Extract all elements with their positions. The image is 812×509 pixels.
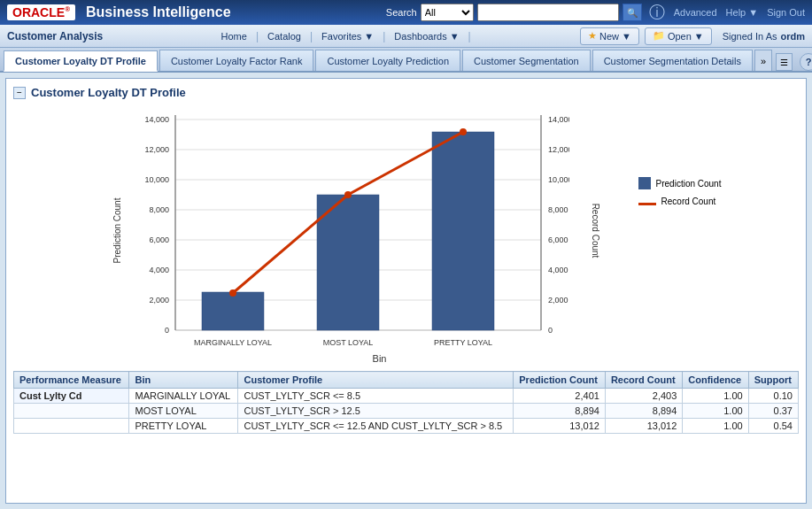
nav-catalog[interactable]: Catalog	[259, 25, 310, 48]
tab-prediction[interactable]: Customer Loyalty Prediction	[315, 50, 460, 71]
collapse-button[interactable]: −	[13, 87, 26, 99]
nav-favorites[interactable]: Favorites ▼	[313, 25, 383, 48]
table-row: Cust Lylty Cd MARGINALLY LOYAL CUST_LYLT…	[14, 389, 799, 404]
nav-dashboards[interactable]: Dashboards ▼	[385, 25, 468, 48]
app-title: Customer Analysis	[7, 30, 103, 42]
open-button[interactable]: 📁 Open ▼	[645, 27, 712, 45]
legend-record-label: Record Count	[661, 197, 716, 206]
col-header-measure: Performance Measure	[14, 372, 129, 389]
signout-link[interactable]: Sign Out	[767, 7, 805, 18]
cell-pred-1: 2,401	[514, 389, 606, 404]
col-header-bin: Bin	[129, 372, 238, 389]
search-input[interactable]	[477, 4, 619, 21]
cell-rec-1: 2,403	[605, 389, 682, 404]
cell-sup-1: 0.10	[748, 389, 798, 404]
signed-in-area: Signed In As ordm	[723, 31, 805, 42]
svg-text:14,000: 14,000	[144, 115, 169, 124]
nav-sep-4: |	[468, 30, 471, 42]
col-header-support: Support	[748, 372, 798, 389]
cell-profile-2: CUST_LYLTY_SCR > 12.5	[238, 404, 514, 419]
search-button[interactable]: 🔍	[623, 4, 642, 21]
top-bar: ORACLE® Business Intelligence Search All…	[0, 0, 812, 25]
svg-text:2,000: 2,000	[149, 296, 169, 305]
help-link[interactable]: Help ▼	[726, 7, 759, 18]
advanced-link[interactable]: Advanced	[674, 7, 717, 18]
svg-text:12,000: 12,000	[548, 145, 569, 154]
cell-measure-3	[14, 419, 129, 434]
col-header-confidence: Confidence	[683, 372, 748, 389]
table-row: PRETTY LOYAL CUST_LYLTY_SCR <= 12.5 AND …	[14, 419, 799, 434]
nav-home[interactable]: Home	[213, 25, 256, 48]
cell-measure-1: Cust Lylty Cd	[14, 389, 129, 404]
tabs-bar: Customer Loyalty DT Profile Customer Loy…	[0, 48, 812, 73]
svg-text:8,000: 8,000	[149, 205, 169, 214]
legend-record: Record Count	[638, 197, 722, 206]
cell-bin-3: PRETTY LOYAL	[129, 419, 238, 434]
cell-profile-1: CUST_LYLTY_SCR <= 8.5	[238, 389, 514, 404]
svg-point-27	[344, 191, 352, 198]
svg-text:12,000: 12,000	[144, 145, 169, 154]
cell-conf-2: 1.00	[683, 404, 748, 419]
table-row: MOST LOYAL CUST_LYLTY_SCR > 12.5 8,894 8…	[14, 404, 799, 419]
bar-most-loyal	[317, 195, 379, 330]
legend-prediction: Prediction Count	[638, 177, 722, 189]
tabs-more-button[interactable]: »	[754, 50, 772, 71]
tabs-help-button[interactable]: ?	[800, 53, 812, 71]
tabs-settings-button[interactable]: ☰	[776, 53, 793, 71]
cell-bin-2: MOST LOYAL	[129, 404, 238, 419]
x-label-marginally: MARGINALLY LOYAL	[194, 338, 272, 347]
bar-pretty-loyal	[432, 132, 494, 330]
legend: Prediction Count Record Count	[631, 177, 722, 206]
tab-factor-rank[interactable]: Customer Loyalty Factor Rank	[159, 50, 314, 71]
section-header: − Customer Loyalty DT Profile	[13, 86, 799, 99]
svg-text:10,000: 10,000	[548, 175, 569, 184]
svg-text:8,000: 8,000	[548, 205, 568, 214]
svg-text:6,000: 6,000	[149, 235, 169, 244]
top-right-links: ⓘ Advanced Help ▼ Sign Out	[649, 2, 805, 23]
search-label: Search	[386, 7, 417, 18]
data-table: Performance Measure Bin Customer Profile…	[13, 371, 799, 434]
cell-rec-3: 13,012	[605, 419, 682, 434]
section-title: Customer Loyalty DT Profile	[31, 86, 186, 99]
cell-sup-2: 0.37	[748, 404, 798, 419]
main-content: − Customer Loyalty DT Profile Prediction…	[5, 78, 807, 504]
svg-text:2,000: 2,000	[548, 296, 568, 305]
nav-bar: Customer Analysis Home | Catalog | Favor…	[0, 25, 812, 48]
cell-rec-2: 8,894	[605, 404, 682, 419]
col-header-prediction: Prediction Count	[514, 372, 606, 389]
oracle-logo: ORACLE®	[7, 4, 75, 20]
bi-title: Business Intelligence	[86, 4, 231, 20]
cell-bin-1: MARGINALLY LOYAL	[129, 389, 238, 404]
cell-measure-2	[14, 404, 129, 419]
svg-text:10,000: 10,000	[144, 175, 169, 184]
x-label-most: MOST LOYAL	[322, 338, 373, 347]
col-header-profile: Customer Profile	[238, 372, 514, 389]
search-area: Search All Dashboards Reports 🔍	[386, 4, 642, 21]
tab-seg-details[interactable]: Customer Segmentation Details	[592, 50, 753, 71]
cell-pred-3: 13,012	[514, 419, 606, 434]
cell-sup-3: 0.54	[748, 419, 798, 434]
y-axis-right-label: Record Count	[591, 203, 600, 258]
cell-profile-3: CUST_LYLTY_SCR <= 12.5 AND CUST_LYLTY_SC…	[238, 419, 514, 434]
tab-dt-profile[interactable]: Customer Loyalty DT Profile	[4, 50, 158, 72]
tab-segmentation[interactable]: Customer Segmentation	[462, 50, 591, 71]
svg-point-28	[460, 128, 467, 135]
x-label-pretty: PRETTY LOYAL	[433, 338, 491, 347]
svg-text:0: 0	[548, 326, 553, 335]
legend-prediction-label: Prediction Count	[656, 179, 722, 189]
col-header-record: Record Count	[605, 372, 682, 389]
y-axis-left-label: Prediction Count	[112, 197, 122, 263]
svg-text:4,000: 4,000	[149, 266, 169, 274]
chart-svg: 14,000 12,000 10,000 8,000 6,000 4,000 2…	[144, 106, 569, 354]
search-select[interactable]: All Dashboards Reports	[421, 4, 474, 21]
cell-conf-1: 1.00	[683, 389, 748, 404]
bar-marginally-loyal	[202, 292, 264, 330]
svg-text:14,000: 14,000	[548, 115, 569, 124]
svg-text:4,000: 4,000	[548, 266, 568, 274]
svg-point-26	[229, 289, 236, 297]
new-button[interactable]: ★ New ▼	[580, 27, 639, 45]
svg-text:0: 0	[165, 326, 169, 335]
cell-conf-3: 1.00	[683, 419, 748, 434]
cell-pred-2: 8,894	[514, 404, 606, 419]
svg-text:6,000: 6,000	[548, 235, 568, 244]
